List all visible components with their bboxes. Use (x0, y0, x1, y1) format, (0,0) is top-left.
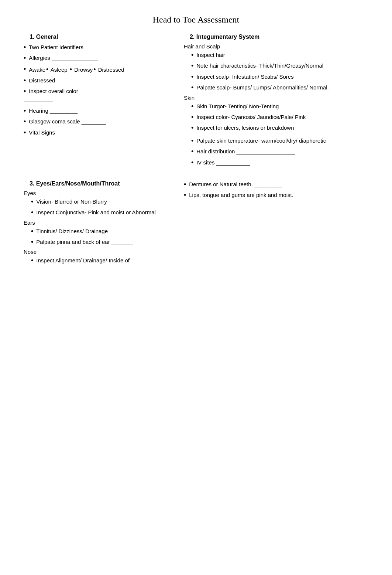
list-item: IV sites ___________ (191, 159, 370, 167)
list-item: Palpate scalp- Bumps/ Lumps/ Abnormaliti… (191, 84, 370, 92)
ears-list: Tinnitus/ Dizziness/ Drainage _______ Pa… (22, 227, 171, 247)
blank-line (24, 102, 53, 102)
hair-list: Inspect hair Note hair characteristics- … (182, 51, 370, 92)
list-item: Vision- Blurred or Non-Blurry (31, 198, 171, 206)
list-item: Dentures or Natural teeth. _________ (182, 180, 370, 189)
list-item: Vital Signs (22, 129, 171, 137)
list-item: Palpate skin temperature- warm/cool/dry/… (191, 137, 370, 145)
list-item: Inspect color- Cyanosis/ Jaundice/Pale/ … (191, 113, 370, 122)
section3-right-list: Dentures or Natural teeth. _________ Lip… (182, 180, 370, 200)
skin-header: Skin (182, 95, 370, 101)
skin-list: Skin Turgor- Tenting/ Non-Tenting Inspec… (182, 102, 370, 133)
list-item: Inspect Alignment/ Drainage/ Inside of (31, 256, 171, 265)
list-item: Two Patient Identifiers (22, 43, 171, 52)
section1-list-2: Hearing _________ Glasgow coma scale ___… (22, 107, 171, 137)
list-item: Inspect hair (191, 51, 370, 59)
eyes-list: Vision- Blurred or Non-Blurry Inspect Co… (22, 198, 171, 217)
page-title: Head to Toe Assessment (22, 15, 370, 25)
section3-header: 3. Eyes/Ears/Nose/Mouth/Throat (22, 180, 171, 187)
list-item: Inspect scalp- Infestation/ Scabs/ Sores (191, 73, 370, 81)
list-item: Hearing _________ (22, 107, 171, 115)
list-item: Glasgow coma scale ________ (22, 118, 171, 126)
section2-column: 2. Integumentary System Hair and Scalp I… (179, 34, 370, 169)
list-item: Palpate pinna and back of ear _______ (31, 238, 171, 246)
separator-line (197, 135, 256, 135)
section1-header: 1. General (22, 34, 171, 40)
list-item: Tinnitus/ Dizziness/ Drainage _______ (31, 227, 171, 236)
eyes-header: Eyes (22, 190, 171, 196)
section3-column: 3. Eyes/Ears/Nose/Mouth/Throat Eyes Visi… (22, 180, 179, 268)
list-item: Note hair characteristics- Thick/Thin/Gr… (191, 62, 370, 70)
skin-list-2: Palpate skin temperature- warm/cool/dry/… (182, 137, 370, 167)
list-item: Inspect overall color __________ (22, 87, 171, 96)
list-item: Lips, tongue and gums are pink and moist… (182, 191, 370, 200)
hair-scalp-header: Hair and Scalp (182, 43, 370, 50)
list-item: Inspect for ulcers, lesions or breakdown (191, 124, 370, 132)
list-item: Allergies _______________ (22, 54, 171, 62)
list-item: Inspect Conjunctiva- Pink and moist or A… (31, 208, 171, 217)
nose-header: Nose (22, 249, 171, 255)
section3-right-column: Dentures or Natural teeth. _________ Lip… (179, 180, 370, 268)
list-item: Distressed (22, 76, 171, 85)
ears-header: Ears (22, 220, 171, 226)
list-item: Hair distribution ___________________ (191, 147, 370, 156)
section1-column: 1. General Two Patient Identifiers Aller… (22, 34, 179, 169)
list-item: Awake• Asleep • Drowsy• Distressed (22, 65, 171, 74)
section2-header: 2. Integumentary System (182, 34, 370, 40)
nose-list: Inspect Alignment/ Drainage/ Inside of (22, 256, 171, 265)
section1-list: Two Patient Identifiers Allergies ______… (22, 43, 171, 96)
list-item: Skin Turgor- Tenting/ Non-Tenting (191, 102, 370, 111)
